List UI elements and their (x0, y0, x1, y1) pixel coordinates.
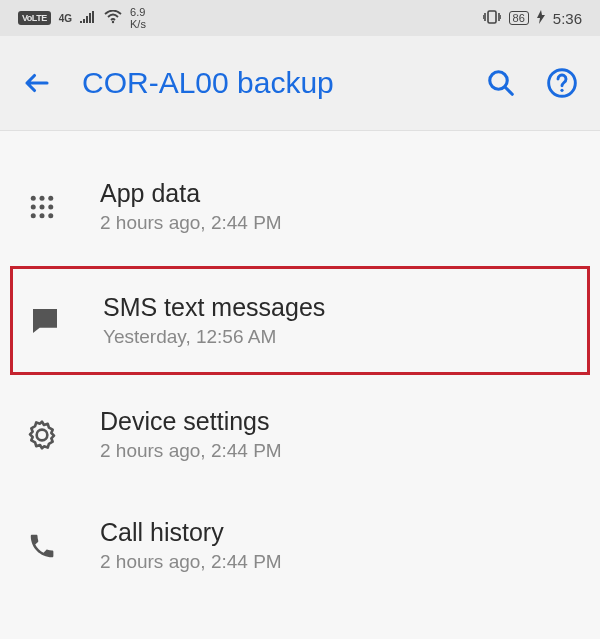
item-text: SMS text messages Yesterday, 12:56 AM (103, 293, 573, 348)
settings-gear-icon (22, 419, 62, 451)
wifi-icon (104, 10, 122, 27)
svg-point-13 (48, 213, 53, 218)
status-bar: VoLTE 4G 6.9 K/s 86 5:36 (0, 0, 600, 36)
item-title: SMS text messages (103, 293, 573, 322)
phone-icon (22, 531, 62, 561)
search-button[interactable] (486, 68, 516, 98)
list-item-call-history[interactable]: Call history 2 hours ago, 2:44 PM (0, 490, 600, 601)
item-text: Device settings 2 hours ago, 2:44 PM (100, 407, 576, 462)
svg-point-11 (31, 213, 36, 218)
backup-list: App data 2 hours ago, 2:44 PM SMS text m… (0, 131, 600, 601)
item-title: App data (100, 179, 576, 208)
item-subtitle: 2 hours ago, 2:44 PM (100, 212, 576, 234)
list-item-sms[interactable]: SMS text messages Yesterday, 12:56 AM (10, 266, 590, 375)
network-type: 4G (59, 13, 72, 24)
status-right: 86 5:36 (483, 10, 582, 27)
help-button[interactable] (546, 67, 578, 99)
item-text: Call history 2 hours ago, 2:44 PM (100, 518, 576, 573)
svg-rect-1 (488, 11, 496, 23)
item-text: App data 2 hours ago, 2:44 PM (100, 179, 576, 234)
svg-point-12 (40, 213, 45, 218)
back-button[interactable] (22, 68, 52, 98)
svg-point-0 (112, 20, 114, 22)
volte-badge: VoLTE (18, 11, 51, 25)
item-subtitle: 2 hours ago, 2:44 PM (100, 551, 576, 573)
item-subtitle: Yesterday, 12:56 AM (103, 326, 573, 348)
apps-grid-icon (22, 192, 62, 222)
vibrate-icon (483, 10, 501, 27)
battery-level: 86 (509, 11, 529, 25)
status-left: VoLTE 4G 6.9 K/s (18, 6, 146, 30)
svg-point-5 (31, 195, 36, 200)
svg-point-9 (40, 204, 45, 209)
network-speed: 6.9 K/s (130, 6, 146, 30)
app-bar: COR-AL00 backup (0, 36, 600, 131)
page-title: COR-AL00 backup (82, 66, 456, 100)
list-item-app-data[interactable]: App data 2 hours ago, 2:44 PM (0, 151, 600, 262)
svg-point-6 (40, 195, 45, 200)
clock: 5:36 (553, 10, 582, 27)
item-title: Call history (100, 518, 576, 547)
svg-point-10 (48, 204, 53, 209)
sms-icon (25, 305, 65, 337)
svg-point-8 (31, 204, 36, 209)
list-item-device-settings[interactable]: Device settings 2 hours ago, 2:44 PM (0, 379, 600, 490)
item-title: Device settings (100, 407, 576, 436)
signal-icon (80, 11, 96, 26)
svg-point-7 (48, 195, 53, 200)
svg-point-4 (560, 89, 563, 92)
charging-icon (537, 10, 545, 27)
item-subtitle: 2 hours ago, 2:44 PM (100, 440, 576, 462)
